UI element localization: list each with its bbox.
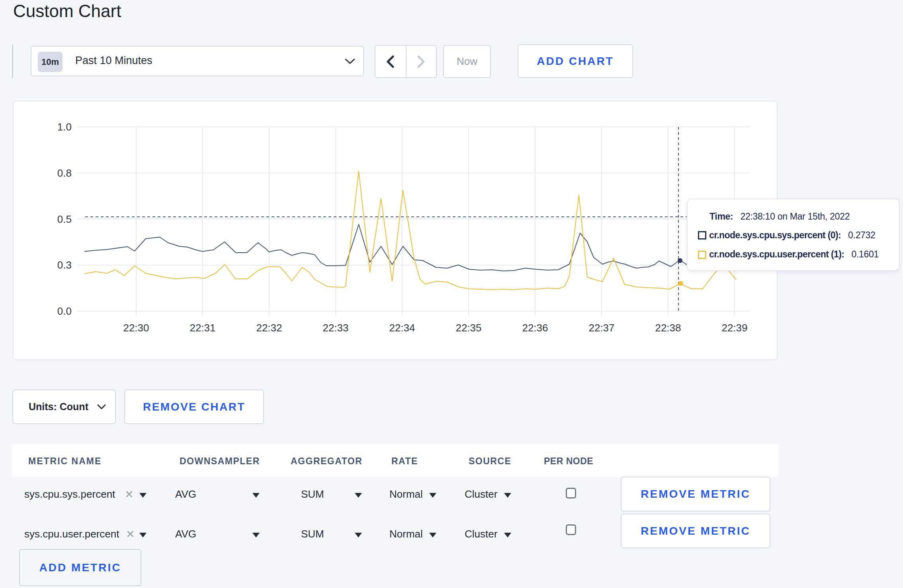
svg-text:0.8: 0.8 (57, 167, 72, 179)
svg-text:22:39: 22:39 (721, 322, 747, 334)
svg-text:0.0: 0.0 (57, 305, 72, 317)
svg-text:22:34: 22:34 (389, 322, 415, 334)
svg-text:0.5: 0.5 (57, 213, 72, 225)
svg-text:22:31: 22:31 (190, 322, 215, 334)
svg-text:22:33: 22:33 (322, 322, 348, 334)
svg-text:0.3: 0.3 (57, 259, 72, 271)
svg-text:22:37: 22:37 (588, 322, 614, 334)
svg-text:22:35: 22:35 (455, 322, 481, 334)
svg-text:22:30: 22:30 (123, 322, 149, 334)
svg-text:22:32: 22:32 (256, 322, 282, 334)
svg-text:22:36: 22:36 (522, 322, 548, 334)
svg-text:22:38: 22:38 (655, 322, 681, 334)
svg-text:1.0: 1.0 (57, 121, 72, 133)
